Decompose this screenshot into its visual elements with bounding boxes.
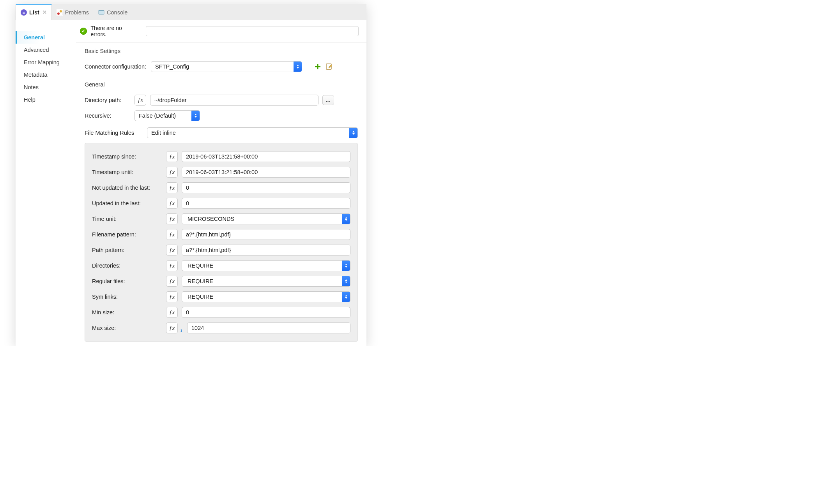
filename-pattern-input[interactable] bbox=[182, 229, 350, 240]
fx-button[interactable]: ƒx bbox=[166, 213, 178, 224]
updated-input[interactable] bbox=[182, 198, 350, 209]
connector-config-label: Connector configuration: bbox=[85, 63, 147, 70]
timestamp-since-input[interactable] bbox=[182, 151, 350, 162]
tab-problems[interactable]: Problems bbox=[52, 4, 94, 20]
sym-links-label: Sym links: bbox=[92, 294, 162, 300]
fx-button[interactable]: ƒx bbox=[166, 229, 178, 240]
check-circle-icon: ✓ bbox=[80, 28, 87, 35]
sidebar-item-help[interactable]: Help bbox=[16, 93, 76, 106]
sidebar: General Advanced Error Mapping Metadata … bbox=[16, 20, 76, 346]
chevrons-icon bbox=[342, 214, 350, 224]
tabstrip: ≡ List ✕ Problems Console bbox=[16, 4, 366, 20]
fx-button[interactable]: ƒx bbox=[166, 322, 178, 333]
svg-rect-5 bbox=[99, 10, 104, 11]
chevrons-icon bbox=[191, 111, 200, 121]
regular-files-select[interactable]: REQUIRE bbox=[182, 276, 350, 287]
console-icon bbox=[98, 9, 104, 16]
path-pattern-label: Path pattern: bbox=[92, 247, 162, 253]
chevrons-icon bbox=[342, 261, 350, 271]
time-unit-select[interactable]: MICROSECONDS bbox=[182, 213, 350, 224]
fx-button[interactable]: ƒx bbox=[166, 276, 178, 287]
section-general: Directory path: ƒx … Recursive: False (D… bbox=[76, 92, 366, 346]
browse-button[interactable]: … bbox=[322, 95, 334, 105]
sidebar-item-label: Advanced bbox=[24, 47, 49, 53]
editor-window: ≡ List ✕ Problems Console bbox=[16, 4, 366, 346]
status-message: There are no errors. bbox=[91, 25, 138, 37]
timestamp-since-label: Timestamp since: bbox=[92, 153, 162, 160]
sym-links-select[interactable]: REQUIRE bbox=[182, 291, 350, 302]
sidebar-item-advanced[interactable]: Advanced bbox=[16, 44, 76, 56]
not-updated-input[interactable] bbox=[182, 182, 350, 193]
fx-button[interactable]: ƒx bbox=[134, 95, 146, 106]
section-title-general: General bbox=[76, 79, 366, 92]
sidebar-item-general[interactable]: General bbox=[16, 31, 76, 44]
regular-files-label: Regular files: bbox=[92, 278, 162, 284]
svg-rect-0 bbox=[57, 9, 63, 16]
connector-config-select[interactable]: SFTP_Config bbox=[151, 61, 302, 72]
fx-button[interactable]: ƒx bbox=[166, 182, 178, 193]
time-unit-value: MICROSECONDS bbox=[182, 216, 245, 222]
fx-button[interactable]: ƒx bbox=[166, 291, 178, 302]
chevrons-icon bbox=[342, 292, 350, 302]
sidebar-item-notes[interactable]: Notes bbox=[16, 81, 76, 93]
regular-files-value: REQUIRE bbox=[182, 278, 224, 284]
tab-console[interactable]: Console bbox=[94, 4, 132, 20]
chevrons-icon bbox=[294, 62, 302, 72]
sym-links-value: REQUIRE bbox=[182, 294, 224, 300]
section-title-basic: Basic Settings bbox=[76, 42, 366, 58]
directory-path-label: Directory path: bbox=[85, 97, 131, 103]
timestamp-until-input[interactable] bbox=[182, 167, 350, 178]
not-updated-label: Not updated in the last: bbox=[92, 185, 162, 191]
connector-config-value: SFTP_Config bbox=[151, 63, 200, 70]
close-icon[interactable]: ✕ bbox=[42, 9, 47, 15]
file-matching-rules-value: Edit inline bbox=[147, 130, 187, 136]
chevrons-icon bbox=[349, 128, 357, 138]
problems-icon bbox=[57, 9, 63, 16]
directories-label: Directories: bbox=[92, 263, 162, 269]
min-size-label: Min size: bbox=[92, 309, 162, 315]
sidebar-item-label: Help bbox=[24, 97, 35, 103]
sidebar-item-metadata[interactable]: Metadata bbox=[16, 69, 76, 81]
fx-button[interactable]: ƒx bbox=[166, 198, 178, 209]
recursive-value: False (Default) bbox=[135, 113, 187, 119]
tab-list-label: List bbox=[29, 9, 39, 16]
sidebar-item-error-mapping[interactable]: Error Mapping bbox=[16, 56, 76, 69]
svg-point-2 bbox=[57, 12, 60, 15]
info-icon: ℹ︎ bbox=[179, 328, 183, 332]
updated-label: Updated in the last: bbox=[92, 200, 162, 206]
svg-point-3 bbox=[60, 10, 62, 12]
fx-button[interactable]: ƒx bbox=[166, 307, 178, 318]
path-pattern-input[interactable] bbox=[182, 245, 350, 256]
fx-button[interactable]: ƒx bbox=[166, 167, 178, 178]
filename-pattern-label: Filename pattern: bbox=[92, 231, 162, 238]
file-matching-rules-panel: Timestamp since: ƒx Timestamp until: ƒx … bbox=[85, 143, 358, 342]
status-blank-field bbox=[146, 26, 359, 36]
tab-problems-label: Problems bbox=[65, 9, 89, 16]
max-size-label: Max size: bbox=[92, 325, 162, 331]
fx-button[interactable]: ƒx bbox=[166, 151, 178, 162]
time-unit-label: Time unit: bbox=[92, 216, 162, 222]
list-icon: ≡ bbox=[21, 9, 27, 16]
chevrons-icon bbox=[342, 276, 350, 286]
file-matching-rules-label: File Matching Rules bbox=[85, 130, 143, 136]
fx-button[interactable]: ƒx bbox=[166, 245, 178, 256]
min-size-input[interactable] bbox=[182, 307, 350, 318]
add-config-button[interactable] bbox=[314, 63, 322, 70]
sidebar-item-label: Metadata bbox=[24, 72, 47, 78]
tab-list[interactable]: ≡ List ✕ bbox=[16, 4, 52, 20]
edit-config-button[interactable] bbox=[326, 63, 333, 70]
svg-rect-7 bbox=[315, 66, 320, 67]
directories-select[interactable]: REQUIRE bbox=[182, 260, 350, 271]
tab-console-label: Console bbox=[107, 9, 127, 16]
fx-button[interactable]: ƒx bbox=[166, 260, 178, 271]
sidebar-item-label: Error Mapping bbox=[24, 59, 60, 65]
max-size-input[interactable] bbox=[187, 322, 350, 333]
directory-path-input[interactable] bbox=[150, 95, 318, 106]
recursive-select[interactable]: False (Default) bbox=[134, 110, 200, 121]
status-bar: ✓ There are no errors. bbox=[76, 20, 366, 42]
sidebar-item-label: General bbox=[24, 34, 45, 41]
file-matching-rules-select[interactable]: Edit inline bbox=[147, 127, 358, 138]
main-panel: ✓ There are no errors. Basic Settings Co… bbox=[76, 20, 366, 346]
section-basic: Connector configuration: SFTP_Config bbox=[76, 58, 366, 79]
recursive-label: Recursive: bbox=[85, 113, 131, 119]
